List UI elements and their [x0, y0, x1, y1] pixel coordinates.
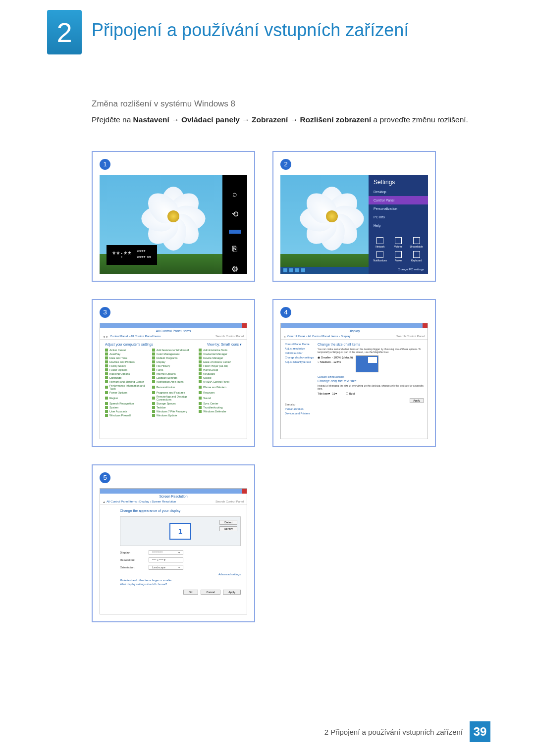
breadcrumb[interactable]: All Control Panel Items › Display › Scre…	[107, 500, 176, 503]
quick-notifications[interactable]: Notifications	[373, 251, 388, 262]
viewby-dropdown[interactable]: View by: Small icons ▾	[207, 343, 242, 347]
control-panel-item[interactable]: File History	[152, 364, 195, 367]
control-panel-item[interactable]: Storage Spaces	[152, 402, 195, 405]
breadcrumb-bar[interactable]: ◂ All Control Panel Items › Display › Sc…	[100, 499, 247, 505]
change-pc-settings-link[interactable]: Change PC settings	[369, 266, 428, 274]
control-panel-item[interactable]: Indexing Options	[105, 372, 148, 375]
control-panel-item[interactable]: Internet Options	[152, 372, 195, 375]
search-input[interactable]: Search Control Panel	[396, 335, 425, 338]
control-panel-item[interactable]: Color Management	[152, 353, 195, 355]
quick-volume[interactable]: Volume	[391, 237, 406, 248]
settings-link-pcinfo[interactable]: PC info	[369, 213, 428, 221]
side-link-home[interactable]: Control Panel Home	[285, 343, 315, 346]
control-panel-item[interactable]: Windows Update	[152, 414, 195, 417]
cancel-button[interactable]: Cancel	[201, 590, 220, 595]
size-combo[interactable]: 11▾	[332, 392, 344, 395]
side-link-calibrate[interactable]: Calibrate color	[285, 352, 315, 354]
control-panel-item[interactable]: Action Center	[105, 349, 148, 352]
control-panel-item[interactable]: System	[105, 406, 148, 409]
side-link-resolution[interactable]: Adjust resolution	[285, 347, 315, 350]
forward-icon[interactable]: ▸	[107, 335, 108, 338]
settings-link-help[interactable]: Help	[369, 221, 428, 230]
control-panel-item[interactable]: Programs and Features	[152, 391, 195, 394]
settings-icon[interactable]: ⚙	[230, 264, 240, 274]
charms-bar[interactable]: ⌕ ⟲ ⎘ ⚙	[222, 175, 247, 274]
control-panel-item[interactable]: Flash Player (32-bit)	[199, 364, 242, 367]
back-icon[interactable]: ◂	[103, 335, 105, 338]
back-icon[interactable]: ◂	[103, 500, 105, 504]
control-panel-item[interactable]: HomeGroup	[199, 368, 242, 371]
text-size-link[interactable]: Make text and other items larger or smal…	[120, 579, 241, 582]
control-panel-item[interactable]: Location Settings	[152, 376, 195, 379]
custom-sizing-link[interactable]: Custom sizing options	[318, 375, 424, 378]
control-panel-item[interactable]: Phone and Modem	[199, 384, 242, 390]
search-input[interactable]: Search Control Panel	[215, 335, 244, 338]
control-panel-item[interactable]: Troubleshooting	[199, 406, 242, 409]
control-panel-item[interactable]: Credential Manager	[199, 353, 242, 355]
apply-button[interactable]: Apply	[223, 590, 241, 595]
control-panel-item[interactable]: Display	[152, 360, 195, 363]
taskbar[interactable]	[280, 267, 369, 274]
control-panel-item[interactable]: AutoPlay	[105, 353, 148, 355]
share-icon[interactable]: ⟲	[230, 209, 240, 219]
control-panel-item[interactable]: Administrative Tools	[199, 349, 242, 352]
control-panel-item[interactable]: Windows 7 File Recovery	[152, 410, 195, 413]
seealso-personalization[interactable]: Personalization	[285, 407, 315, 410]
back-icon[interactable]: ◂	[284, 335, 285, 338]
close-icon[interactable]	[242, 323, 247, 328]
control-panel-item[interactable]: Windows Defender	[199, 410, 242, 413]
control-panel-item[interactable]: Windows Firewall	[105, 414, 148, 417]
size-option-small[interactable]: ◉ Smaller - 100% (default)	[318, 355, 353, 359]
control-panel-item[interactable]: Add features to Windows 8	[152, 349, 195, 352]
display-help-link[interactable]: What display settings should I choose?	[120, 583, 241, 586]
devices-icon[interactable]: ⎘	[230, 245, 240, 253]
control-panel-item[interactable]: Sync Center	[199, 402, 242, 405]
breadcrumb[interactable]: Control Panel › All Control Panel Items …	[287, 335, 350, 338]
close-icon[interactable]	[423, 323, 428, 328]
seealso-devices[interactable]: Devices and Printers	[285, 412, 315, 415]
control-panel-item[interactable]: Mouse	[199, 376, 242, 379]
settings-link-personalization[interactable]: Personalization	[369, 204, 428, 213]
control-panel-item[interactable]: Taskbar	[152, 406, 195, 409]
item-combo[interactable]: Title bars▾	[318, 392, 330, 395]
control-panel-item[interactable]: Devices and Printers	[105, 360, 148, 363]
bold-checkbox[interactable]: ☐ Bold	[346, 392, 355, 395]
control-panel-item[interactable]: Family Safety	[105, 364, 148, 367]
quick-unavailable[interactable]: Unavailable	[409, 237, 424, 248]
control-panel-item[interactable]: RemoteApp and Desktop Connections	[152, 395, 195, 401]
quick-network[interactable]: Network	[373, 237, 388, 248]
side-link-cleartype[interactable]: Adjust ClearType text	[285, 360, 315, 363]
control-panel-item[interactable]: Language	[105, 376, 148, 379]
control-panel-item[interactable]: Keyboard	[199, 372, 242, 375]
orientation-select[interactable]: Landscape▾	[149, 565, 183, 570]
detect-button[interactable]: Detect	[219, 520, 237, 525]
settings-link-desktop[interactable]: Desktop	[369, 188, 428, 196]
control-panel-item[interactable]: Speech Recognition	[105, 402, 148, 405]
control-panel-item[interactable]: Date and Time	[105, 356, 148, 359]
control-panel-item[interactable]: Fonts	[152, 368, 195, 371]
settings-link-control-panel[interactable]: Control Panel	[369, 196, 428, 204]
apply-button[interactable]: Apply	[410, 398, 424, 403]
ok-button[interactable]: OK	[183, 590, 198, 595]
control-panel-item[interactable]: Power Options	[105, 391, 148, 394]
breadcrumb-bar[interactable]: ◂ ▸ Control Panel › All Control Panel It…	[100, 334, 247, 340]
control-panel-item[interactable]: Personalization	[152, 384, 195, 390]
identify-button[interactable]: Identify	[219, 526, 237, 531]
monitor-icon[interactable]: 1	[169, 523, 191, 540]
quick-power[interactable]: Power	[391, 251, 406, 262]
size-option-medium[interactable]: ○ Medium - 125%	[318, 360, 353, 363]
search-input[interactable]: Search Control Panel	[215, 500, 244, 503]
resolution-select[interactable]: **** x **** ▾	[149, 557, 183, 562]
control-panel-item[interactable]: Device Manager	[199, 356, 242, 359]
control-panel-item[interactable]: Network and Sharing Center	[105, 380, 148, 383]
quick-keyboard[interactable]: Keyboard	[409, 251, 424, 262]
control-panel-item[interactable]: Notification Area Icons	[152, 380, 195, 383]
start-icon[interactable]	[229, 230, 241, 234]
control-panel-item[interactable]: Default Programs	[152, 356, 195, 359]
side-link-change-display[interactable]: Change display settings	[285, 356, 315, 359]
breadcrumb[interactable]: Control Panel › All Control Panel Items	[110, 335, 160, 338]
display-select[interactable]: **********▾	[149, 550, 183, 555]
control-panel-item[interactable]: Performance Information and Tools	[105, 384, 148, 390]
control-panel-item[interactable]: Ease of Access Center	[199, 360, 242, 363]
control-panel-item[interactable]: Folder Options	[105, 368, 148, 371]
